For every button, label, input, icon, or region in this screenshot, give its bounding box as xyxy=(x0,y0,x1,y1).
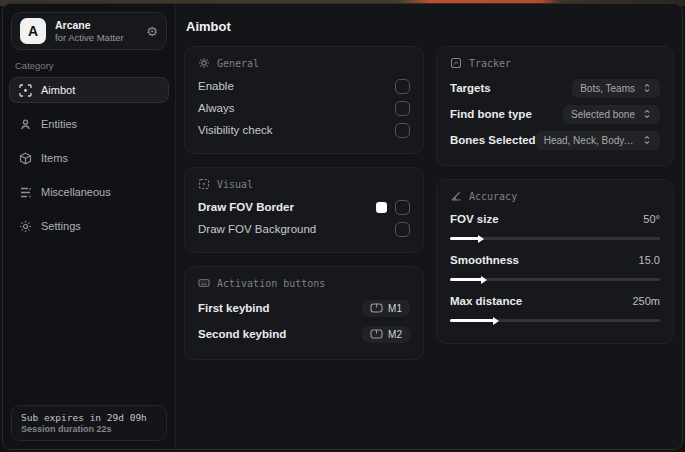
activation-title-label: Activation buttons xyxy=(217,278,325,289)
setting-row-find-bone-type: Find bone type Selected bone xyxy=(450,101,660,127)
general-title-label: General xyxy=(217,58,259,69)
second-keybind-button[interactable]: M2 xyxy=(362,326,410,343)
keybind-value: M2 xyxy=(388,329,402,340)
logo-text: Arcane for Active Matter xyxy=(55,19,137,44)
sidebar-item-aimbot[interactable]: Aimbot xyxy=(9,77,169,103)
mouse-icon xyxy=(370,329,383,339)
setting-label: Max distance xyxy=(450,295,522,307)
expand-icon xyxy=(642,83,652,93)
accuracy-section-title: Accuracy xyxy=(450,190,660,202)
gear-icon[interactable]: ⚙ xyxy=(146,25,158,38)
setting-label: First keybind xyxy=(198,302,270,314)
sidebar: A Arcane for Active Matter ⚙ Category Ai… xyxy=(3,4,176,449)
keyboard-icon xyxy=(198,277,210,289)
setting-label: Targets xyxy=(450,82,491,94)
draw-fov-border-checkbox[interactable] xyxy=(395,200,410,215)
smoothness-slider[interactable] xyxy=(450,278,660,281)
sidebar-item-label: Miscellaneous xyxy=(41,186,111,198)
logo-card: A Arcane for Active Matter ⚙ xyxy=(11,12,167,50)
mouse-icon xyxy=(370,303,383,313)
visibility-check-checkbox[interactable] xyxy=(395,123,410,138)
subscription-info: Sub expires in 29d 09h Session duration … xyxy=(11,405,167,441)
sidebar-item-entities[interactable]: Entities xyxy=(9,111,169,137)
setting-label: Draw FOV Border xyxy=(198,201,294,213)
app-logo: A xyxy=(20,18,46,44)
dropdown-value: Bots, Teams xyxy=(580,83,635,94)
sidebar-item-label: Entities xyxy=(41,118,77,130)
app-title: Arcane xyxy=(55,19,137,32)
page-title: Aimbot xyxy=(186,19,674,34)
general-section-title: General xyxy=(198,57,410,69)
slider-fill xyxy=(450,319,494,322)
app-subtitle: for Active Matter xyxy=(55,32,137,44)
bones-selected-dropdown[interactable]: Head, Neck, Body, Pe.. xyxy=(536,131,660,150)
sidebar-item-label: Settings xyxy=(41,220,81,232)
expand-icon xyxy=(642,109,652,119)
max-distance-setting: Max distance 250m xyxy=(450,290,660,322)
setting-label: Smoothness xyxy=(450,254,519,266)
main-content: Aimbot General Enable xyxy=(176,4,682,449)
general-card: General Enable Always Visibility check xyxy=(184,46,424,154)
activation-section-title: Activation buttons xyxy=(198,277,410,289)
visual-section-title: Visual xyxy=(198,178,410,190)
slider-thumb[interactable] xyxy=(493,317,499,325)
setting-label: Enable xyxy=(198,80,234,92)
enable-checkbox[interactable] xyxy=(395,79,410,94)
arcane-overlay-window: A Arcane for Active Matter ⚙ Category Ai… xyxy=(2,3,683,450)
list-icon xyxy=(19,186,32,199)
slider-thumb[interactable] xyxy=(478,235,484,243)
setting-label: Always xyxy=(198,102,234,114)
category-nav: Aimbot Entities Items xyxy=(3,75,175,241)
setting-label: FOV size xyxy=(450,213,499,225)
setting-label: Find bone type xyxy=(450,108,532,120)
setting-row-draw-fov-background: Draw FOV Background xyxy=(198,218,410,240)
fov-border-color-swatch[interactable] xyxy=(376,202,387,213)
always-checkbox[interactable] xyxy=(395,101,410,116)
tracker-icon xyxy=(450,57,462,69)
left-column: General Enable Always Visibility check xyxy=(184,46,424,360)
dropdown-value: Head, Neck, Body, Pe.. xyxy=(544,135,635,146)
tracker-card: Tracker Targets Bots, Teams Find bone ty… xyxy=(436,46,674,166)
gear-icon xyxy=(19,220,32,233)
smoothness-setting: Smoothness 15.0 xyxy=(450,249,660,281)
expand-icon xyxy=(642,135,652,145)
setting-label: Visibility check xyxy=(198,124,273,136)
keybind-value: M1 xyxy=(388,303,402,314)
crosshair-icon xyxy=(19,84,32,97)
setting-row-draw-fov-border: Draw FOV Border xyxy=(198,196,410,218)
accuracy-card: Accuracy FOV size 50° Smoothness xyxy=(436,179,674,344)
setting-label: Second keybind xyxy=(198,328,286,340)
right-column: Tracker Targets Bots, Teams Find bone ty… xyxy=(436,46,674,344)
fov-size-setting: FOV size 50° xyxy=(450,208,660,240)
dropdown-value: Selected bone xyxy=(571,109,635,120)
slider-fill xyxy=(450,237,479,240)
slider-thumb[interactable] xyxy=(481,276,487,284)
draw-fov-background-checkbox[interactable] xyxy=(395,222,410,237)
setting-label: Draw FOV Background xyxy=(198,223,316,235)
angle-icon xyxy=(450,190,462,202)
sidebar-item-label: Items xyxy=(41,152,68,164)
first-keybind-button[interactable]: M1 xyxy=(362,300,410,317)
fov-size-value: 50° xyxy=(643,213,660,225)
setting-row-visibility-check: Visibility check xyxy=(198,119,410,141)
visual-title-label: Visual xyxy=(217,179,253,190)
accuracy-title-label: Accuracy xyxy=(469,191,517,202)
session-duration-text: Session duration 22s xyxy=(21,424,157,434)
sidebar-item-items[interactable]: Items xyxy=(9,145,169,171)
find-bone-type-dropdown[interactable]: Selected bone xyxy=(563,105,660,124)
setting-row-first-keybind: First keybind M1 xyxy=(198,295,410,321)
cube-icon xyxy=(19,152,32,165)
sidebar-item-settings[interactable]: Settings xyxy=(9,213,169,239)
general-icon xyxy=(198,57,210,69)
category-label: Category xyxy=(15,60,163,71)
targets-dropdown[interactable]: Bots, Teams xyxy=(572,79,660,98)
sidebar-item-label: Aimbot xyxy=(41,84,75,96)
max-distance-slider[interactable] xyxy=(450,319,660,322)
setting-row-enable: Enable xyxy=(198,75,410,97)
sub-expiry-text: Sub expires in 29d 09h xyxy=(21,412,157,423)
activation-card: Activation buttons First keybind M1 Seco… xyxy=(184,266,424,360)
fov-size-slider[interactable] xyxy=(450,237,660,240)
setting-row-bones-selected: Bones Selected Head, Neck, Body, Pe.. xyxy=(450,127,660,153)
sidebar-item-miscellaneous[interactable]: Miscellaneous xyxy=(9,179,169,205)
tracker-section-title: Tracker xyxy=(450,57,660,69)
